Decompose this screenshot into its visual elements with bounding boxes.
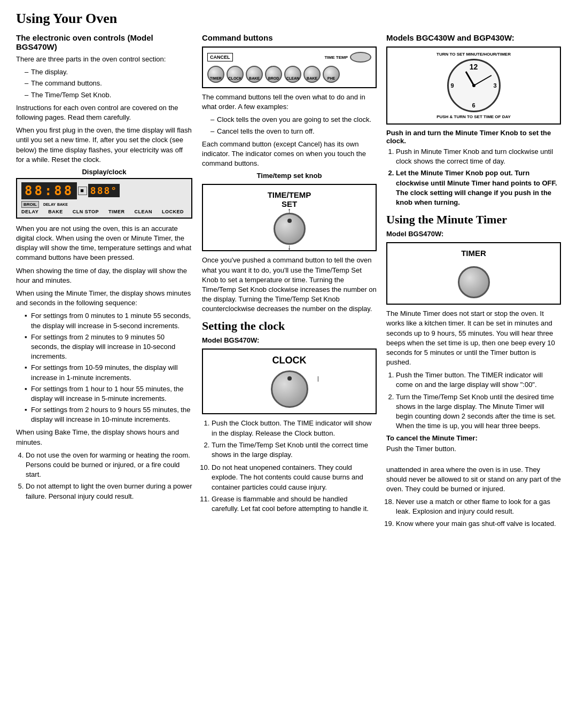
safety-list-left: Do not use the oven for warming or heati… [26, 451, 192, 501]
arrow-down-icon: ↓ [287, 243, 291, 251]
timer-note: The Minute Timer does not start or stop … [386, 309, 561, 367]
minute-timer-heading: Using the Minute Timer [386, 213, 561, 227]
clock-knob-label: CLOCK [272, 355, 307, 366]
list-item: For settings from 1 hour to 1 hour 55 mi… [25, 384, 192, 404]
bake-button-1[interactable]: BAKE [246, 66, 263, 83]
list-item: Do not use the oven for warming or heati… [26, 451, 192, 480]
list-item: Never use a match or other flame to look… [396, 497, 561, 516]
timer-label: TIMER [461, 249, 486, 258]
time-temp-knob-diagram: TIME/TEMPSET ↑ ↓ [202, 184, 377, 251]
minute-timer-note: When using the Minute Timer, the display… [16, 289, 192, 308]
clock-model: Model BGS470W: [202, 336, 377, 344]
section1-heading: The electronic oven controls (Model BGS4… [16, 33, 192, 51]
list-item: The Time/Temp Set Knob. [25, 90, 192, 100]
clock-knob[interactable] [271, 370, 308, 408]
clock-steps-list: Push the Clock button. The TIME indicato… [212, 419, 377, 460]
push-turn-heading: Push in and turn the Minute Timer Knob t… [386, 129, 561, 145]
clock-heading: Setting the clock [202, 319, 377, 333]
list-item: For settings from 10-59 minutes, the dis… [25, 363, 192, 382]
parts-list: The display. The command buttons. The Ti… [25, 67, 192, 100]
clock-button[interactable]: CLOCK [227, 66, 244, 83]
clock-3: 3 [493, 82, 496, 89]
list-item: Grease is flammable and should be handle… [212, 494, 377, 514]
safety-section-right: unattended in area where the oven is in … [386, 465, 561, 529]
bake-time-note: When using Bake Time, the display shows … [16, 428, 192, 447]
clock-top-label: TURN TO SET MINUTE/HOUR/TIMER [436, 52, 511, 57]
list-item: Turn the Time/Temp Set Knob until the co… [212, 440, 377, 460]
cmd-heading: Command buttons [202, 33, 377, 42]
list-item: Push the Clock button. The TIME indicato… [212, 419, 377, 438]
not-using-note: When you are not using the oven, this is… [16, 224, 192, 263]
mid-column: Command buttons CANCEL TIME TEMP TIMER C… [202, 33, 377, 532]
list-item: For settings from 2 minutes to 9 minutes… [25, 332, 192, 362]
plug-note: When you first plug in the oven, the tim… [16, 126, 192, 165]
phe-button[interactable]: PHE [323, 66, 340, 83]
push-turn-steps: Push in Minute Timer Knob and turn clock… [396, 147, 561, 207]
list-item: The display. [25, 67, 192, 77]
display-labels: DELAY BAKE CLN STOP TIMER CLEAN LOCKED [21, 209, 184, 214]
cmd-row1: CANCEL TIME TEMP [207, 52, 371, 63]
showing-time: When showing the time of day, the displa… [16, 266, 192, 285]
clean-button[interactable]: CLEAN [284, 66, 301, 83]
clock-12: 12 [470, 63, 478, 71]
left-column: The electronic oven controls (Model BGS4… [16, 33, 192, 532]
time-temp-label: TIME TEMP [324, 55, 348, 60]
cancel-note: Push the Timer button. [386, 444, 561, 454]
clock-knob-diagram: CLOCK | [202, 348, 377, 414]
clock-9: 9 [451, 82, 454, 89]
clock-bottom-label: PUSH & TURN TO SET TIME OF DAY [436, 114, 511, 119]
list-item: The command buttons. [25, 79, 192, 88]
cmd-display-circle [350, 52, 371, 63]
cancel-heading: To cancel the Minute Timer: [386, 434, 561, 442]
list-item: Push the Timer button. The TIMER indicat… [396, 370, 561, 390]
broil-button[interactable]: BROD [265, 66, 282, 83]
cmd-buttons-row: TIMER CLOCK BAKE BROD CLEAN BAKE PHE [207, 66, 371, 83]
time-temp-knob[interactable] [274, 213, 306, 245]
display-digits: 88:88 ■ 888° [21, 182, 120, 199]
clock-6: 6 [472, 102, 475, 109]
cmd-note: The command buttons tell the oven what t… [202, 92, 377, 112]
list-item: Do not attempt to light the oven burner … [26, 482, 192, 501]
knob-note: Once you've pushed a command button to t… [202, 255, 377, 314]
display-clock-label: Display/clock [16, 168, 192, 176]
safety-item-right-1: unattended in area where the oven is in … [386, 465, 561, 494]
clock-center-dot [472, 84, 475, 87]
right-column: Models BGC430W and BGP430W: TURN TO SET … [386, 33, 561, 532]
models-heading: Models BGC430W and BGP430W: [386, 33, 561, 42]
knob-container: ↑ ↓ [274, 213, 306, 245]
clock-minute-hand [473, 75, 492, 86]
command-buttons-diagram: CANCEL TIME TEMP TIMER CLOCK BAKE BROD C… [202, 47, 377, 88]
analog-clock: 12 3 6 9 [447, 59, 501, 112]
cmd-examples-list: Clock tells the oven you are going to se… [210, 115, 377, 136]
list-item: For settings from 0 minutes to 1 minute … [25, 311, 192, 330]
clock-knob-container: | [271, 370, 308, 408]
timer-diagram: TIMER [386, 242, 561, 305]
list-item: Do not heat unopened containers. They co… [212, 463, 377, 492]
list-item: For settings from 2 hours to 9 hours 55 … [25, 405, 192, 424]
timer-steps-list: Push the Timer button. The TIMER indicat… [396, 370, 561, 431]
list-item: Let the Minute Timer Knob pop out. Turn … [396, 168, 561, 207]
timer-knob[interactable] [458, 266, 490, 298]
knob-label: TIME/TEMPSET [268, 190, 311, 208]
bake-button-2[interactable]: BAKE [303, 66, 321, 83]
list-item: Turn the Time/Temp Set Knob until the de… [396, 392, 561, 431]
list-item: Know where your main gas shut-off valve … [396, 519, 561, 529]
list-item: Cancel tells the oven to turn off. [210, 127, 377, 136]
intro-text: There are three parts in the oven contro… [16, 55, 192, 64]
safety-list-right: Never use a match or other flame to look… [396, 497, 561, 529]
tick-mark: | [317, 376, 319, 382]
sequence-list: For settings from 0 minutes to 1 minute … [25, 311, 192, 424]
page-title: Using Your Oven [16, 11, 561, 27]
instructions-text: Instructions for each oven control are c… [16, 103, 192, 122]
safety-list-mid: Do not heat unopened containers. They co… [212, 463, 377, 514]
indicator-note: Each command button (except Cancel) has … [202, 140, 377, 169]
oven-display: 88:88 ■ 888° BROIL DELAYBAKE DELAY BAKE … [16, 178, 192, 219]
display-clock-section: Display/clock 88:88 ■ 888° BROIL DELAYBA… [16, 168, 192, 219]
cancel-label: CANCEL [207, 53, 233, 61]
list-item: Clock tells the oven you are going to se… [210, 115, 377, 125]
time-temp-heading: Time/temp set knob [202, 172, 377, 180]
list-item: Push in Minute Timer Knob and turn clock… [396, 147, 561, 166]
clock-face-diagram: TURN TO SET MINUTE/HOUR/TIMER 12 3 6 9 P… [386, 47, 561, 125]
timer-button[interactable]: TIMER [207, 66, 224, 83]
minute-timer-model: Model BGS470W: [386, 230, 561, 238]
